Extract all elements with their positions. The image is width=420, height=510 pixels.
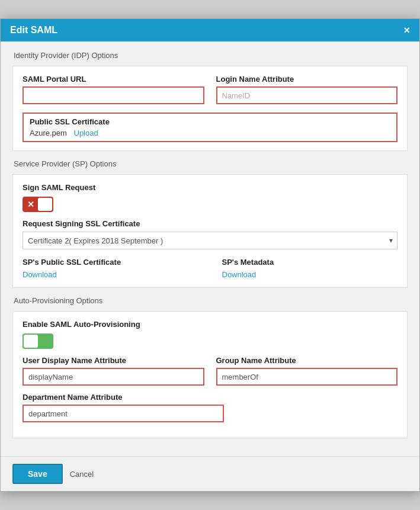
saml-portal-url-input[interactable] [23, 86, 204, 104]
modal-title: Edit SAML [10, 25, 57, 36]
sp-metadata-label: SP's Metadata [222, 258, 398, 267]
cancel-button[interactable]: Cancel [70, 470, 94, 479]
user-display-name-group: User Display Name Attribute [23, 356, 204, 386]
sp-metadata-download[interactable]: Download [222, 270, 257, 279]
sp-public-ssl-col: SP's Public SSL Certificate Download [23, 258, 198, 279]
modal-body: Identity Provider (IDP) Options SAML Por… [1, 41, 419, 456]
auto-prov-section-title: Auto-Provisioning Options [14, 296, 408, 305]
saml-portal-url-label: SAML Portal URL [23, 75, 204, 84]
toggle-track-off: ✕ [23, 197, 53, 212]
upload-link[interactable]: Upload [74, 129, 98, 137]
sign-saml-group: Sign SAML Request ✕ [23, 183, 397, 212]
attr-top-row: User Display Name Attribute Group Name A… [23, 356, 397, 386]
sign-saml-toggle[interactable]: ✕ [23, 197, 397, 212]
public-ssl-cert-label: Public SSL Certificate [30, 117, 390, 126]
group-name-attr-input[interactable] [216, 368, 398, 386]
attr-bottom-row: Department Name Attribute [23, 393, 397, 422]
idp-options-box: SAML Portal URL Login Name Attribute Pub… [12, 66, 408, 151]
login-name-attr-input[interactable] [216, 86, 398, 104]
sp-metadata-col: SP's Metadata Download [222, 258, 398, 279]
sign-saml-label: Sign SAML Request [23, 183, 397, 192]
toggle-x-icon: ✕ [27, 200, 34, 209]
enable-auto-prov-label: Enable SAML Auto-Provisioning [23, 320, 397, 329]
user-display-name-input[interactable] [23, 368, 204, 386]
public-ssl-cert-group: Public SSL Certificate Azure.pem Upload [23, 111, 397, 142]
idp-top-row: SAML Portal URL Login Name Attribute [23, 75, 397, 104]
ssl-cert-select[interactable]: Certificate 2( Expires 2018 September ) [23, 232, 397, 249]
close-button[interactable]: × [403, 25, 410, 36]
department-name-group: Department Name Attribute [23, 393, 224, 422]
ssl-cert-filename: Azure.pem [30, 129, 67, 137]
sp-section-title: Service Provider (SP) Options [14, 159, 408, 168]
saml-portal-url-group: SAML Portal URL [23, 75, 204, 104]
toggle-thumb [38, 198, 52, 211]
toggle-track-on: ✓ [23, 333, 53, 349]
request-signing-ssl-group: Request Signing SSL Certificate Certific… [23, 219, 397, 249]
modal-header: Edit SAML × [1, 19, 419, 41]
ssl-cert-box: Public SSL Certificate Azure.pem Upload [23, 113, 397, 142]
sp-download-row: SP's Public SSL Certificate Download SP'… [23, 258, 397, 279]
ssl-cert-select-wrapper: Certificate 2( Expires 2018 September ) [23, 232, 397, 249]
enable-auto-prov-group: Enable SAML Auto-Provisioning ✓ [23, 320, 397, 349]
save-button[interactable]: Save [12, 464, 63, 484]
auto-prov-box: Enable SAML Auto-Provisioning ✓ User Dis… [12, 311, 408, 438]
group-name-attr-group: Group Name Attribute [216, 356, 398, 386]
department-name-label: Department Name Attribute [23, 393, 224, 402]
modal-footer: Save Cancel [1, 456, 419, 491]
login-name-attr-label: Login Name Attribute [216, 75, 398, 84]
toggle-check-icon: ✓ [26, 336, 50, 346]
sp-options-box: Sign SAML Request ✕ Request Signing SSL … [12, 174, 408, 288]
sp-public-ssl-download[interactable]: Download [23, 270, 57, 279]
group-name-attr-label: Group Name Attribute [216, 356, 398, 365]
user-display-name-label: User Display Name Attribute [23, 356, 204, 365]
department-name-input[interactable] [23, 405, 224, 422]
request-signing-ssl-label: Request Signing SSL Certificate [23, 219, 397, 228]
login-name-attr-group: Login Name Attribute [216, 75, 398, 104]
edit-saml-modal: Edit SAML × Identity Provider (IDP) Opti… [0, 18, 420, 492]
enable-auto-prov-toggle[interactable]: ✓ [23, 333, 397, 349]
sp-public-ssl-label: SP's Public SSL Certificate [23, 258, 198, 267]
idp-section-title: Identity Provider (IDP) Options [14, 51, 408, 60]
